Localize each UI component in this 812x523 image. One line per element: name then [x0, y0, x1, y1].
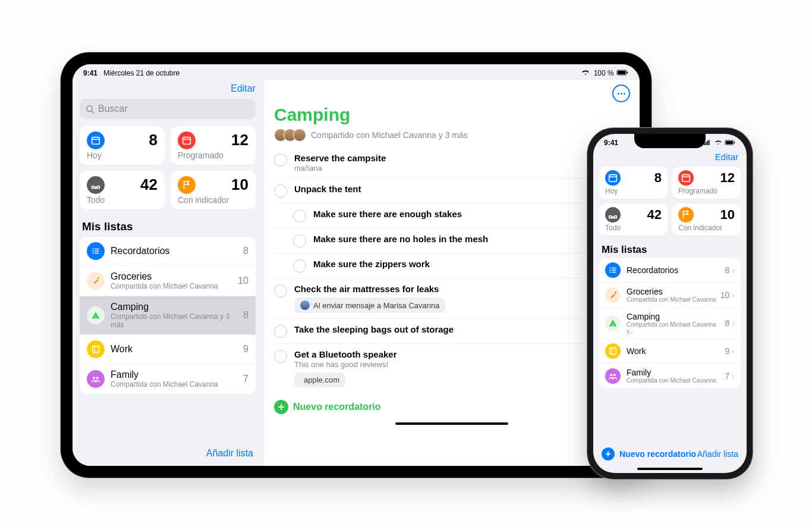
list-count: 7	[243, 374, 248, 384]
status-time: 9:41	[604, 139, 618, 147]
attachment-chip[interactable]: apple.com	[294, 372, 345, 387]
reminder-item[interactable]: Unpack the tent	[274, 178, 629, 203]
card-icon	[678, 207, 694, 223]
list-count: 8	[725, 265, 730, 275]
list-count: 9	[243, 344, 248, 355]
add-list-button[interactable]: Añadir lista	[206, 448, 253, 458]
reminder-item[interactable]: Make sure there are no holes in the mesh	[274, 228, 629, 253]
card-count: 42	[140, 176, 158, 194]
svg-rect-22	[709, 140, 710, 145]
add-list-button[interactable]: Añadir lista	[697, 449, 738, 459]
list-subtitle: Compartida con Michael Cavanna	[111, 282, 238, 290]
search-input[interactable]: Buscar	[80, 99, 256, 119]
shared-row[interactable]: Compartido con Michael Cavanna y 3 más	[263, 129, 640, 148]
checkbox[interactable]	[293, 234, 306, 248]
list-row-family[interactable]: Family Compartida con Michael Cavanna 7 …	[599, 364, 741, 388]
more-button[interactable]	[612, 84, 630, 102]
list-count: 9	[725, 346, 730, 356]
reminder-item[interactable]: Check the air mattresses for leaks Al en…	[274, 278, 629, 319]
edit-button[interactable]: Editar	[715, 152, 738, 162]
list-row-groceries[interactable]: Groceries Compartida con Michael Cavanna…	[599, 283, 741, 308]
list-count: 10	[238, 275, 248, 286]
smart-card-con indicador[interactable]: 10 Con indicador	[672, 203, 741, 236]
iphone-screen: 9:41 Editar 8 Hoy 12 Programado	[593, 134, 747, 473]
checkbox[interactable]	[274, 325, 287, 338]
reminder-item[interactable]: Take the sleeping bags out of storage	[274, 319, 629, 344]
smart-card-todo[interactable]: 42 Todo	[80, 171, 165, 209]
smart-card-hoy[interactable]: 8 Hoy	[599, 167, 668, 199]
ipad-status-bar: 9:41 Miércoles 21 de octubre 100 %	[73, 64, 640, 80]
avatar-icon	[300, 300, 310, 310]
checkbox[interactable]	[274, 154, 287, 167]
svg-rect-1	[618, 71, 625, 74]
list-name: Groceries	[627, 287, 720, 296]
reminder-item[interactable]: Get a Bluetooth speaker This one has goo…	[274, 344, 629, 393]
list-icon	[605, 262, 621, 278]
list-count: 7	[725, 371, 730, 381]
checkbox[interactable]	[274, 184, 287, 198]
list-row-groceries[interactable]: Groceries Compartida con Michael Cavanna…	[80, 266, 256, 296]
svg-rect-24	[726, 141, 733, 144]
ipad-sidebar: Editar Buscar 8 Hoy 12 Programado	[73, 80, 263, 466]
list-name: Family	[111, 369, 243, 380]
checkbox[interactable]	[274, 350, 287, 363]
list-row-camping[interactable]: Camping Compartido con Michael Cavanna y…	[80, 296, 256, 335]
list-row-work[interactable]: Work 9	[80, 335, 256, 364]
reminder-subtitle: This one has good reviews!	[294, 360, 629, 369]
card-count: 10	[720, 207, 735, 223]
list-subtitle: Compartida con Michael Cavanna	[111, 380, 243, 389]
family-icon	[87, 370, 105, 388]
tray-icon	[87, 176, 105, 194]
checkbox[interactable]	[293, 209, 306, 223]
ipad-screen: 9:41 Miércoles 21 de octubre 100 % Edita…	[73, 64, 640, 466]
svg-point-9	[92, 248, 93, 249]
iphone-frame: 9:41 Editar 8 Hoy 12 Programado	[587, 128, 753, 479]
list-subtitle: Compartida con Michael Cavanna	[627, 377, 725, 384]
list-row-recordatorios[interactable]: Recordatorios 8 ›	[599, 258, 741, 283]
ipad-frame: 9:41 Miércoles 21 de octubre 100 % Edita…	[61, 52, 652, 478]
list-name: Camping	[627, 312, 725, 321]
reminder-item[interactable]: Make sure there are enough stakes	[274, 203, 629, 228]
list-row-camping[interactable]: Camping Compartida con Michael Cavanna y…	[599, 308, 741, 339]
list-name: Work	[111, 344, 243, 355]
smart-card-todo[interactable]: 42 Todo	[599, 203, 668, 236]
edit-button[interactable]: Editar	[231, 83, 256, 93]
svg-point-39	[613, 374, 616, 376]
attachment-chip[interactable]: Al enviar mensaje a Marisa Cavanna	[294, 297, 445, 313]
list-name: Camping	[111, 302, 243, 312]
plus-icon[interactable]: +	[602, 447, 615, 461]
list-row-work[interactable]: Work 9 ›	[599, 339, 741, 364]
smart-card-con indicador[interactable]: 10 Con indicador	[171, 171, 256, 209]
new-reminder-button[interactable]: Nuevo recordatorio	[619, 449, 696, 459]
svg-rect-36	[610, 348, 616, 355]
home-indicator	[395, 422, 508, 425]
smart-card-hoy[interactable]: 8 Hoy	[80, 126, 165, 165]
new-reminder-button[interactable]: Nuevo recordatorio	[293, 402, 381, 412]
svg-rect-5	[92, 137, 100, 144]
reminder-item[interactable]: Make sure the zippers work	[274, 253, 629, 278]
chevron-right-icon: ›	[732, 346, 735, 356]
list-name: Recordatorios	[627, 265, 725, 275]
checkbox[interactable]	[274, 284, 287, 297]
card-count: 12	[231, 131, 248, 149]
calendar-icon	[178, 131, 196, 149]
list-icon	[605, 343, 621, 359]
list-count: 8	[243, 246, 248, 256]
card-label: Con indicador	[678, 224, 735, 232]
svg-rect-26	[609, 175, 617, 182]
smart-card-programado[interactable]: 12 Programado	[672, 167, 741, 199]
avatars	[274, 129, 306, 142]
wifi-icon	[581, 69, 591, 77]
card-count: 12	[720, 170, 735, 186]
reminder-item[interactable]: Reserve the campsite mañana	[274, 148, 629, 178]
card-label: Hoy	[87, 151, 158, 160]
svg-rect-21	[707, 141, 709, 145]
checkbox[interactable]	[293, 259, 306, 273]
reminder-title: Take the sleeping bags out of storage	[294, 324, 629, 334]
ipad-main: Camping Compartido con Michael Cavanna y…	[263, 80, 640, 466]
smart-card-programado[interactable]: 12 Programado	[171, 126, 256, 165]
list-row-family[interactable]: Family Compartida con Michael Cavanna 7	[80, 364, 256, 394]
list-row-recordatorios[interactable]: Recordatorios 8	[80, 237, 256, 266]
plus-icon[interactable]: +	[274, 400, 288, 414]
card-label: Programado	[178, 151, 248, 160]
